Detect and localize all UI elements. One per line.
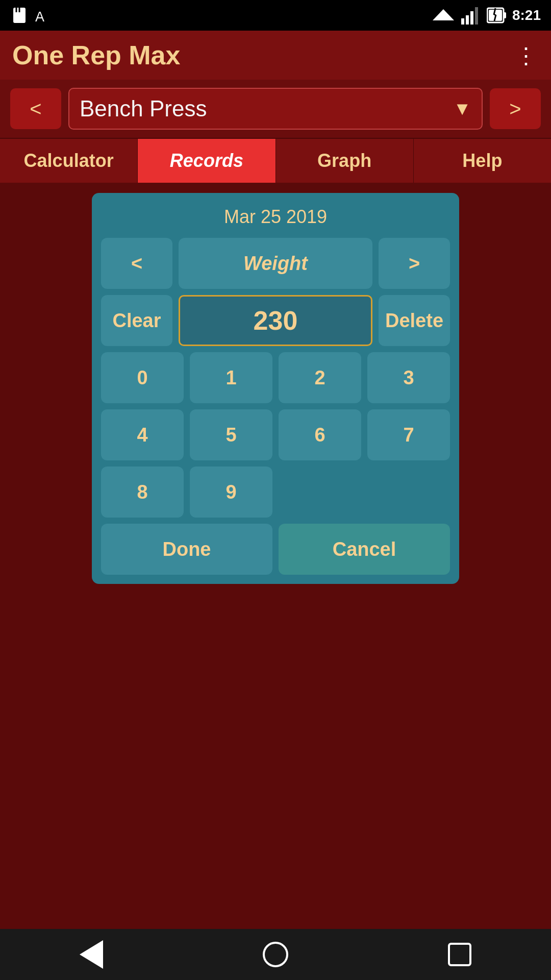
action-row: Done Cancel: [101, 524, 450, 575]
digit-3-button[interactable]: 3: [367, 352, 450, 403]
app-header: One Rep Max ⋮: [0, 31, 551, 80]
prev-exercise-button[interactable]: <: [10, 88, 61, 129]
status-bar-right: 8:21: [431, 6, 541, 24]
back-nav-button[interactable]: [80, 940, 103, 969]
tab-graph[interactable]: Graph: [276, 139, 414, 183]
sd-card-icon: [10, 6, 29, 24]
main-content: Mar 25 2019 < Weight > Clear 230 Delete …: [0, 183, 551, 929]
digit-0-button[interactable]: 0: [101, 352, 184, 403]
wifi-icon: [431, 6, 456, 24]
digit-7-button[interactable]: 7: [367, 409, 450, 460]
delete-button[interactable]: Delete: [379, 295, 450, 346]
home-nav-button[interactable]: [263, 942, 288, 967]
tab-bar: Calculator Records Graph Help: [0, 138, 551, 183]
digit-row-4567: 4 5 6 7: [101, 409, 450, 460]
accessibility-icon: A: [34, 6, 52, 24]
weight-label-button[interactable]: Weight: [179, 238, 372, 289]
digit-5-button[interactable]: 5: [190, 409, 272, 460]
digit-6-button[interactable]: 6: [279, 409, 361, 460]
tab-calculator[interactable]: Calculator: [0, 139, 138, 183]
exercise-name: Bench Press: [80, 96, 207, 121]
keypad-container: Mar 25 2019 < Weight > Clear 230 Delete …: [92, 193, 459, 584]
home-icon: [263, 942, 288, 967]
digit-1-button[interactable]: 1: [190, 352, 272, 403]
recents-nav-button[interactable]: [448, 943, 471, 966]
svg-rect-8: [475, 7, 478, 24]
dropdown-arrow-icon: ▼: [453, 98, 471, 119]
status-time: 8:21: [512, 7, 541, 23]
display-row: Clear 230 Delete: [101, 295, 450, 346]
next-exercise-button[interactable]: >: [490, 88, 541, 129]
digit-2-button[interactable]: 2: [279, 352, 361, 403]
weight-next-button[interactable]: >: [379, 238, 450, 289]
digit-4-button[interactable]: 4: [101, 409, 184, 460]
battery-icon: [487, 6, 507, 24]
menu-icon[interactable]: ⋮: [515, 42, 539, 68]
svg-rect-1: [16, 8, 17, 12]
app-title: One Rep Max: [12, 40, 180, 70]
clear-button[interactable]: Clear: [101, 295, 172, 346]
tab-records[interactable]: Records: [138, 139, 276, 183]
done-button[interactable]: Done: [101, 524, 272, 575]
svg-rect-10: [504, 12, 506, 18]
signal-icon: [461, 6, 482, 24]
back-icon: [80, 940, 103, 969]
date-display: Mar 25 2019: [101, 202, 450, 232]
svg-marker-4: [433, 9, 454, 20]
exercise-dropdown[interactable]: Bench Press ▼: [68, 88, 483, 130]
digit-row-89: 8 9: [101, 467, 450, 518]
digit-8-button[interactable]: 8: [101, 467, 184, 518]
digit-9-button[interactable]: 9: [190, 467, 272, 518]
svg-text:A: A: [35, 9, 44, 24]
status-bar-left: A: [10, 6, 52, 24]
exercise-selector: < Bench Press ▼ >: [0, 80, 551, 138]
svg-rect-2: [19, 8, 20, 12]
bottom-nav-bar: [0, 929, 551, 980]
svg-rect-5: [461, 18, 464, 24]
tab-help[interactable]: Help: [414, 139, 551, 183]
weight-prev-button[interactable]: <: [101, 238, 172, 289]
status-bar: A 8:21: [0, 0, 551, 31]
digit-row-0123: 0 1 2 3: [101, 352, 450, 403]
svg-rect-7: [470, 11, 473, 24]
weight-display: 230: [179, 295, 372, 346]
weight-nav-row: < Weight >: [101, 238, 450, 289]
cancel-button[interactable]: Cancel: [279, 524, 450, 575]
svg-rect-6: [466, 15, 469, 24]
recents-icon: [448, 943, 471, 966]
